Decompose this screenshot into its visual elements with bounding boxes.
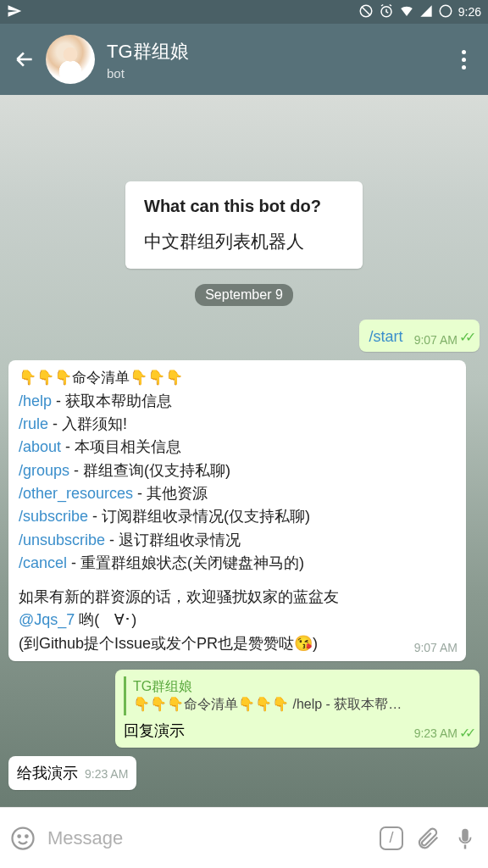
svg-point-4 [13, 827, 34, 849]
read-checks-icon: ✓✓ [459, 726, 471, 740]
reply-quote[interactable]: TG群组娘 👇👇👇命令清单👇👇👇 /help - 获取本帮… [124, 676, 471, 715]
cmd-rule[interactable]: /rule [19, 415, 48, 432]
cmd-about[interactable]: /about [19, 438, 61, 455]
block-icon [358, 3, 374, 21]
msg-time: 9:23 AM [85, 767, 128, 781]
cmd-other-resources[interactable]: /other_resources [19, 485, 133, 502]
start-command: /start [369, 328, 403, 345]
chat-area[interactable]: What can this bot do? 中文群组列表机器人 Septembe… [0, 95, 488, 807]
avatar[interactable] [46, 35, 95, 84]
reply-body: 回复演示 [124, 721, 414, 741]
reply-preview: 👇👇👇命令清单👇👇👇 /help - 获取本帮… [133, 696, 464, 714]
message-out-reply[interactable]: TG群组娘 👇👇👇命令清单👇👇👇 /help - 获取本帮… 回复演示 9:23… [115, 670, 480, 748]
cmd-unsubscribe[interactable]: /unsubscribe [19, 531, 105, 548]
svg-rect-8 [464, 844, 467, 849]
svg-line-1 [362, 6, 371, 15]
signal-icon [419, 4, 433, 20]
svg-point-3 [440, 5, 452, 17]
hand-icon: 👇👇👇命令清单👇👇👇 [19, 370, 183, 386]
read-checks-icon: ✓✓ [459, 330, 471, 344]
chat-title: TG群组娘 [107, 39, 451, 64]
mic-button[interactable] [452, 826, 478, 851]
intro-body: 中文群组列表机器人 [144, 230, 344, 253]
svg-rect-7 [462, 828, 469, 841]
mention-link[interactable]: @Jqs_7 [19, 611, 75, 628]
cmd-help[interactable]: /help [19, 392, 52, 409]
cmd-cancel[interactable]: /cancel [19, 554, 67, 571]
cmd-subscribe[interactable]: /subscribe [19, 508, 88, 525]
chat-header: TG群组娘 bot [0, 24, 488, 95]
message-input[interactable] [47, 827, 368, 849]
msg-text: 给我演示 [17, 763, 78, 783]
svg-point-6 [25, 835, 28, 837]
bot-intro-card: What can this bot do? 中文群组列表机器人 [125, 181, 363, 269]
alarm-icon [379, 3, 394, 21]
emoji-button[interactable] [10, 826, 36, 851]
msg-time: 9:23 AM [414, 726, 458, 740]
wifi-icon [399, 3, 414, 21]
send-icon [7, 3, 22, 21]
reply-sender: TG群组娘 [133, 678, 464, 696]
message-out-start[interactable]: /start 9:07 AM✓✓ [359, 320, 480, 352]
message-in-demo[interactable]: 给我演示 9:23 AM [8, 756, 136, 790]
svg-point-5 [18, 835, 20, 837]
status-bar: 9:26 [0, 0, 488, 24]
commands-button[interactable]: / [380, 826, 403, 850]
msg-time: 9:07 AM [414, 640, 458, 656]
chat-subtitle: bot [107, 66, 451, 81]
kiss-emoji: 😘 [294, 635, 313, 652]
input-bar: / [0, 807, 488, 868]
attach-button[interactable] [415, 826, 441, 851]
cmd-groups[interactable]: /groups [19, 462, 69, 479]
battery-icon [438, 3, 453, 21]
back-button[interactable] [12, 48, 37, 70]
message-in-help[interactable]: 👇👇👇命令清单👇👇👇 /help - 获取本帮助信息 /rule - 入群须知!… [8, 360, 466, 661]
msg-time: 9:07 AM [414, 333, 458, 347]
header-title-area[interactable]: TG群组娘 bot [107, 39, 451, 81]
menu-button[interactable] [451, 50, 476, 70]
intro-title: What can this bot do? [144, 197, 344, 216]
clock-text: 9:26 [458, 5, 481, 19]
date-separator: September 9 [195, 284, 293, 306]
